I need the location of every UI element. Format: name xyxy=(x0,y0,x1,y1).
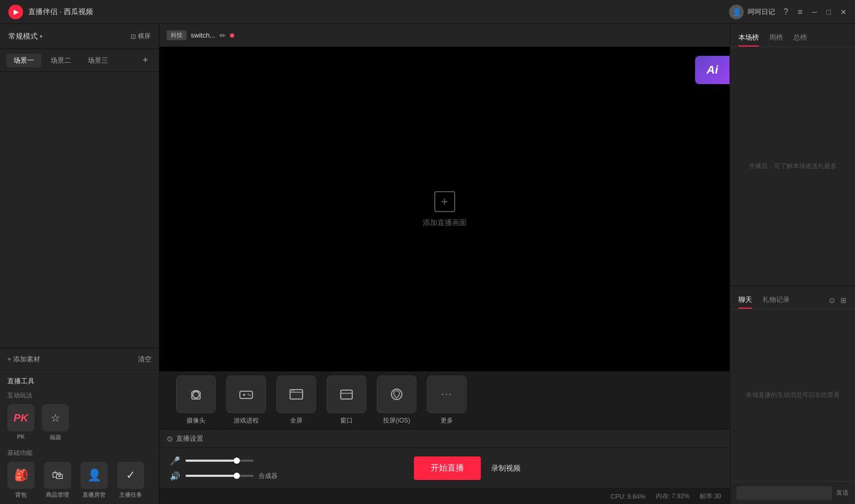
avatar: 👤 xyxy=(729,5,744,19)
mic-slider[interactable] xyxy=(186,460,253,462)
room-mgmt-icon: 👤 xyxy=(80,462,108,489)
preview-canvas: + 添加直播画面 xyxy=(159,47,730,371)
camera-label: 摄像头 xyxy=(187,416,205,425)
volume-icon: 🔊 xyxy=(170,471,180,481)
chevron-down-icon: ▾ xyxy=(40,33,42,39)
source-more[interactable]: ··· 更多 xyxy=(426,376,468,425)
chat-tabs: 聊天 礼物记录 ⊙ ⊞ xyxy=(730,286,855,309)
app-logo: ▶ xyxy=(8,5,23,19)
add-scene-button[interactable]: + xyxy=(434,191,455,212)
mic-icon: 🎤 xyxy=(170,456,180,466)
title-bar-right: 👤 呵呵日记 ? ≡ ─ □ ✕ xyxy=(729,5,847,19)
source-ios-cast[interactable]: 投屏(iOS) xyxy=(376,376,418,425)
menu-icon[interactable]: ≡ xyxy=(798,7,802,17)
chat-expand-icon[interactable]: ⊞ xyxy=(840,296,847,304)
cpu-status: CPU: 9.84% xyxy=(611,493,645,500)
preview-header: 科技 switch... ✏ xyxy=(159,24,730,47)
right-sidebar: Ai 本场榜 周榜 总榜 开播后，可了解本场谁送礼最多 聊天 礼物记录 ⊙ ⊞ … xyxy=(730,24,855,504)
source-camera[interactable]: 摄像头 xyxy=(175,376,217,425)
svg-point-9 xyxy=(292,390,293,391)
tool-product-mgmt[interactable]: 🛍 商品管理 xyxy=(44,462,71,499)
add-scene-button[interactable]: + xyxy=(138,53,153,68)
fps-status: 帧率:30 xyxy=(700,492,721,501)
scene-tab-1[interactable]: 场景一 xyxy=(6,54,41,67)
mode-label-text: 常规模式 xyxy=(8,32,38,41)
username: 呵呵日记 xyxy=(748,7,775,17)
audio-controls: 🎤 🔊 合成器 xyxy=(170,456,278,481)
window-label: 窗口 xyxy=(340,416,353,425)
app-title: 直播伴侣 · 西瓜视频 xyxy=(28,7,729,17)
category-tag[interactable]: 科技 xyxy=(167,30,187,40)
backpack-label: 背包 xyxy=(15,491,27,499)
basic-grid: 🎒 背包 🛍 商品管理 👤 直播房管 ✓ 主播任务 xyxy=(7,462,152,499)
host-task-icon: ✓ xyxy=(117,462,144,489)
horizontal-icon: ⊡ xyxy=(131,33,136,40)
game-label: 游戏进程 xyxy=(234,416,259,425)
settings-icon: ⊙ xyxy=(167,435,173,443)
ios-cast-icon xyxy=(377,376,417,413)
svg-point-5 xyxy=(248,393,249,394)
record-video-button[interactable]: 录制视频 xyxy=(491,464,521,473)
camera-icon xyxy=(176,376,216,413)
scene-tab-3[interactable]: 场景三 xyxy=(80,54,115,67)
live-settings-bar[interactable]: ⊙ 直播设置 xyxy=(159,429,730,448)
left-sidebar: 常规模式 ▾ ⊡ 横屏 场景一 场景二 场景三 + + 添加素材 清空 直播工具 xyxy=(0,24,159,504)
controls-bar: 🎤 🔊 合成器 开始直播 录制视频 xyxy=(159,448,730,488)
ranking-content: 开播后，可了解本场谁送礼最多 xyxy=(730,47,855,286)
add-material-button[interactable]: + 添加素材 xyxy=(7,355,40,364)
help-icon[interactable]: ? xyxy=(783,7,788,17)
user-info[interactable]: 👤 呵呵日记 xyxy=(729,5,775,19)
ai-button[interactable]: Ai xyxy=(695,56,730,84)
tools-grid: PK PK ☆ 福袋 xyxy=(7,404,152,441)
lucky-bag-label: 福袋 xyxy=(50,433,61,441)
ranking-tab-all-time[interactable]: 总榜 xyxy=(793,33,807,46)
game-icon xyxy=(226,376,266,413)
chat-settings-icon[interactable]: ⊙ xyxy=(829,296,835,304)
volume-slider[interactable] xyxy=(186,475,253,477)
horizontal-mode-button[interactable]: ⊡ 横屏 xyxy=(131,32,151,41)
minimize-button[interactable]: ─ xyxy=(812,8,817,16)
tool-pk[interactable]: PK PK xyxy=(7,404,34,441)
chat-tab-gifts[interactable]: 礼物记录 xyxy=(762,295,790,309)
maximize-button[interactable]: □ xyxy=(827,8,831,16)
chat-tab-chat[interactable]: 聊天 xyxy=(738,295,752,309)
start-live-button[interactable]: 开始直播 xyxy=(414,456,481,480)
source-fullscreen[interactable]: 全屏 xyxy=(275,376,317,425)
tool-host-task[interactable]: ✓ 主播任务 xyxy=(117,462,144,499)
edit-icon[interactable]: ✏ xyxy=(219,31,226,40)
mode-selector[interactable]: 常规模式 ▾ xyxy=(8,32,42,41)
stream-title: switch... xyxy=(191,31,215,39)
tool-backpack[interactable]: 🎒 背包 xyxy=(7,462,34,499)
svg-point-6 xyxy=(249,394,250,395)
chat-input[interactable] xyxy=(736,486,832,500)
center-buttons: 开始直播 录制视频 xyxy=(414,456,521,480)
chat-send-button[interactable]: 发送 xyxy=(836,488,849,497)
window-icon xyxy=(327,376,366,413)
volume-row: 🔊 合成器 xyxy=(170,471,278,481)
host-task-label: 主播任务 xyxy=(119,491,142,499)
main-layout: 常规模式 ▾ ⊡ 横屏 场景一 场景二 场景三 + + 添加素材 清空 直播工具 xyxy=(0,24,855,504)
interactive-subtitle: 互动玩法 xyxy=(7,391,152,400)
product-mgmt-icon: 🛍 xyxy=(44,462,71,489)
close-button[interactable]: ✕ xyxy=(840,8,847,16)
add-scene-text: 添加直播画面 xyxy=(423,218,467,228)
clear-button[interactable]: 清空 xyxy=(138,355,152,364)
window-controls: ? ≡ ─ □ ✕ xyxy=(783,7,847,17)
room-mgmt-label: 直播房管 xyxy=(83,491,106,499)
ranking-tab-current[interactable]: 本场榜 xyxy=(738,33,759,46)
fullscreen-icon xyxy=(276,376,316,413)
ranking-tabs: 本场榜 周榜 总榜 xyxy=(730,24,855,47)
product-mgmt-label: 商品管理 xyxy=(46,491,69,499)
svg-point-0 xyxy=(193,392,199,398)
source-window[interactable]: 窗口 xyxy=(326,376,367,425)
scene-tab-2[interactable]: 场景二 xyxy=(43,54,78,67)
add-material-label: + 添加素材 xyxy=(7,355,40,364)
pk-icon: PK xyxy=(7,404,34,431)
source-game[interactable]: 游戏进程 xyxy=(225,376,267,425)
mic-row: 🎤 xyxy=(170,456,278,466)
memory-status: 内存: 7.92% xyxy=(656,492,690,501)
chat-tab-icons: ⊙ ⊞ xyxy=(829,296,847,309)
ranking-tab-weekly[interactable]: 周榜 xyxy=(769,33,783,46)
tool-room-mgmt[interactable]: 👤 直播房管 xyxy=(80,462,108,499)
tool-lucky-bag[interactable]: ☆ 福袋 xyxy=(42,404,69,441)
